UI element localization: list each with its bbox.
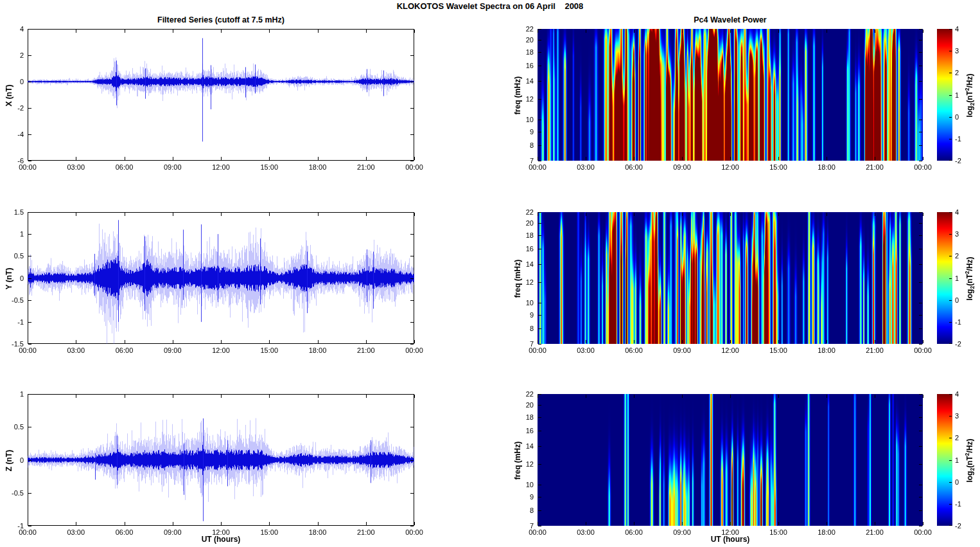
x-tick-mark — [875, 30, 875, 33]
x-tick-mark — [538, 522, 538, 525]
x-tick-label: 09:00 — [673, 346, 691, 354]
y-tick-mark — [919, 145, 922, 146]
y-tick-mark — [919, 223, 922, 224]
y-tick-mark — [28, 108, 31, 109]
x-tick-mark — [28, 340, 28, 343]
y-tick-mark — [919, 81, 922, 82]
x-tick-mark — [76, 157, 76, 160]
colorbar-label-part: 2 — [969, 467, 976, 471]
x-tick-mark — [538, 340, 538, 343]
x-tick-mark — [366, 522, 367, 525]
colorbar-label-part: log — [965, 471, 974, 482]
x-tick-mark — [414, 395, 415, 398]
x-tick-mark — [586, 30, 586, 33]
x-tick-mark — [76, 395, 76, 398]
x-tick-label: 18:00 — [309, 346, 327, 354]
x-tick-label: 00:00 — [529, 346, 547, 354]
y-tick-mark — [919, 344, 922, 345]
y-tick-mark — [538, 212, 541, 213]
x-tick-label: 06:00 — [625, 163, 643, 171]
x-tick-mark — [682, 395, 683, 398]
colorbar-tick-label: -2 — [955, 157, 961, 165]
figure-title: KLOKOTOS Wavelet Spectra on 06 April 200… — [0, 1, 980, 11]
y-tick-mark — [538, 161, 541, 161]
y-tick-mark — [919, 161, 922, 161]
x-tick-mark — [221, 522, 222, 525]
x-tick-mark — [827, 340, 827, 343]
y-tick-mark — [538, 485, 541, 485]
x-tick-mark — [221, 340, 222, 343]
y-tick-mark — [410, 212, 414, 213]
x-tick-mark — [173, 340, 173, 343]
colorbar-tick-label: -2 — [955, 522, 961, 530]
x-tick-mark — [634, 522, 634, 525]
x-tick-mark — [173, 213, 173, 216]
spectrogram-ylabel-freq: freq (mHz) — [513, 415, 523, 505]
x-tick-label: 12:00 — [721, 346, 739, 354]
x-tick-label: 18:00 — [818, 163, 836, 171]
colorbar-label-part: (nT — [965, 91, 974, 103]
y-tick-mark — [28, 460, 31, 461]
x-tick-mark — [269, 213, 270, 216]
x-tick-mark — [318, 213, 319, 216]
x-tick-mark — [366, 30, 367, 33]
x-tick-mark — [778, 522, 779, 525]
colorbar-tick-mark — [949, 256, 952, 256]
colorbar-tick-mark — [949, 212, 952, 213]
y-tick-mark — [410, 256, 414, 256]
x-tick-label: 00:00 — [914, 163, 932, 171]
y-tick-mark — [538, 446, 541, 447]
y-tick-mark — [538, 417, 541, 418]
colorbar-label-part: /Hz) — [965, 73, 974, 87]
x-tick-mark — [875, 340, 875, 343]
y-tick-mark — [919, 446, 922, 447]
y-tick-mark — [919, 328, 922, 329]
y-tick-label: 4 — [2, 25, 24, 33]
y-tick-mark — [919, 405, 922, 406]
y-tick-mark — [919, 29, 922, 30]
x-tick-label: 09:00 — [673, 163, 691, 171]
x-tick-mark — [682, 30, 683, 33]
y-tick-mark — [919, 303, 922, 303]
y-tick-mark — [28, 161, 31, 161]
colorbar-tick-label: 3 — [955, 412, 959, 420]
freq-tick-label: 22 — [520, 390, 534, 398]
x-tick-mark — [682, 157, 683, 160]
y-tick-mark — [28, 29, 31, 30]
colorbar-tick-label: 1 — [955, 91, 959, 99]
x-tick-mark — [827, 30, 827, 33]
colorbar-label-part: (nT — [965, 274, 974, 286]
x-tick-label: 00:00 — [19, 163, 37, 171]
y-tick-mark — [538, 223, 541, 224]
y-tick-label: 1.5 — [2, 208, 24, 216]
y-tick-mark — [919, 249, 922, 249]
y-tick-mark — [919, 235, 922, 236]
y-tick-mark — [410, 108, 414, 109]
y-tick-mark — [538, 510, 541, 511]
y-tick-mark — [28, 300, 31, 301]
x-tick-label: 21:00 — [357, 163, 375, 171]
timeseries-canvas-z — [28, 394, 414, 526]
colorbar-tick-mark — [949, 482, 952, 483]
x-tick-label: 06:00 — [116, 163, 134, 171]
colorbar-label: log2(nT2/Hz) — [963, 50, 972, 140]
y-tick-mark — [919, 66, 922, 66]
spectrogram-panel-z — [538, 394, 923, 526]
colorbar-label-part: (nT — [965, 456, 974, 468]
x-tick-mark — [28, 522, 28, 525]
x-tick-label: 03:00 — [67, 163, 85, 171]
x-tick-mark — [28, 157, 28, 160]
colorbar-tick-label: 4 — [955, 25, 959, 33]
colorbar-label-part: /Hz) — [965, 256, 974, 271]
x-tick-mark — [414, 157, 415, 160]
x-tick-label: 18:00 — [309, 163, 327, 171]
y-tick-mark — [919, 120, 922, 120]
spectrogram-canvas-x — [538, 29, 923, 161]
colorbar-label-part: 2 — [964, 453, 970, 456]
y-tick-mark — [410, 134, 414, 135]
y-tick-mark — [538, 394, 541, 395]
y-tick-mark — [919, 394, 922, 395]
y-tick-mark — [919, 510, 922, 511]
spectrogram-xaxis-label: UT (hours) — [538, 535, 923, 544]
colorbar-tick-label: -1 — [955, 318, 961, 326]
